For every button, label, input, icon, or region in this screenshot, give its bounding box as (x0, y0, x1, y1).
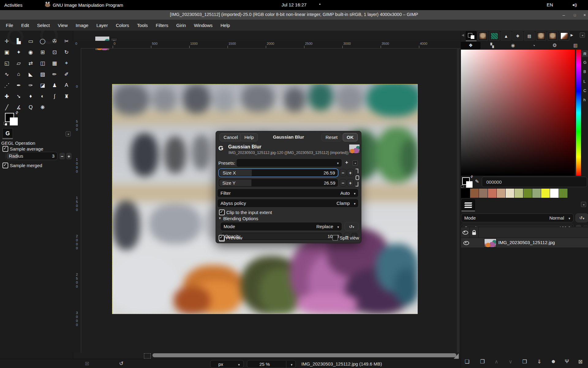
unit-dropdown[interactable]: px (210, 360, 244, 368)
tool-scissors-select[interactable]: ✂ (61, 36, 72, 46)
lock-column-header[interactable] (470, 227, 479, 238)
visibility-column-header[interactable] (461, 227, 470, 238)
selector-tab-scales[interactable]: ▥ (566, 42, 585, 49)
reset-tool-options-button[interactable]: ↺ (116, 359, 126, 367)
delete-layer-button[interactable]: ⊠ (575, 358, 585, 366)
minimize-button[interactable]: – (560, 12, 568, 18)
close-button[interactable]: × (581, 12, 588, 18)
layers-panel-tab[interactable] (462, 199, 475, 211)
tool-zoom[interactable]: Q (25, 102, 36, 112)
tool-paintbrush[interactable]: ✐ (61, 69, 72, 79)
window-title-bar[interactable]: [IMG_20230503_125112] (imported)-25.0 (R… (0, 10, 588, 20)
tool-heal[interactable]: ✚ (1, 91, 12, 101)
clip-checkbox[interactable] (219, 209, 225, 215)
add-preset-icon[interactable]: + (345, 159, 348, 166)
color-square[interactable] (461, 50, 575, 176)
size-y-increment-button[interactable]: + (347, 179, 354, 186)
activities-button[interactable]: Activities (0, 2, 27, 8)
menu-help[interactable]: Help (217, 23, 234, 28)
dialog-ok-button[interactable]: OK (343, 133, 358, 141)
palette-swatch-4[interactable] (488, 188, 497, 198)
tool-measure[interactable]: ∡ (13, 102, 24, 112)
tool-paths[interactable]: ∫ (49, 91, 60, 101)
tool-select-by-color[interactable]: ◉ (25, 47, 36, 57)
sample-merged-checkbox[interactable] (2, 163, 8, 168)
new-layer-button[interactable]: ❏ (462, 358, 472, 366)
size-y-value[interactable]: 26.59 (324, 180, 335, 186)
active-tool-badge[interactable]: G (2, 128, 13, 139)
tool-3d-transform[interactable]: ◫ (37, 58, 48, 68)
horizontal-scrollbar[interactable] (153, 353, 456, 357)
layer-thumbnail[interactable] (484, 239, 496, 247)
channel-button-r[interactable]: R (582, 50, 588, 57)
tool-fuzzy-select[interactable]: ✦ (13, 47, 24, 57)
mode-reset-button[interactable]: ↺ (345, 222, 359, 231)
tool-gradient[interactable]: ▨ (37, 69, 48, 79)
channel-button-g[interactable]: G (583, 60, 586, 65)
layer-name[interactable]: IMG_20230503_125112.jpg (498, 240, 555, 245)
preview-checkbox[interactable] (219, 235, 224, 241)
dock-default-colors-icon[interactable] (461, 185, 463, 188)
link-size-chain-icon[interactable] (355, 169, 359, 186)
background-color-swatch[interactable] (10, 117, 18, 125)
palette-swatch-2[interactable] (470, 188, 479, 198)
channel-button-l[interactable]: L (583, 79, 586, 84)
palette-swatch-5[interactable] (496, 188, 506, 198)
tool-unified-transform[interactable]: ⊡ (49, 47, 60, 57)
zoom-dropdown[interactable]: 25 % (247, 360, 296, 368)
dock-tab-fg-bg-colors[interactable] (466, 31, 477, 41)
dock-tab-buffers[interactable] (547, 31, 558, 41)
add-layer-mask-button[interactable]: Ψ (562, 358, 572, 366)
maximize-button[interactable]: □ (571, 12, 579, 18)
dock-tab-fonts[interactable]: ▲ (501, 31, 511, 41)
blending-expander-icon[interactable]: ▼ (218, 217, 221, 220)
palette-swatch-8[interactable] (523, 188, 532, 198)
tool-rotate[interactable]: ↻ (61, 47, 72, 57)
palette-swatch-12[interactable] (559, 188, 568, 198)
dock-tab-images[interactable] (536, 31, 546, 41)
dialog-cancel-button[interactable]: Cancel (220, 133, 242, 141)
tool-shear[interactable]: ▱ (13, 58, 24, 68)
palette-swatch-9[interactable] (532, 188, 541, 198)
dock-background-swatch[interactable] (466, 181, 473, 188)
delete-tool-preset-button[interactable]: ⊠ (82, 359, 92, 367)
clock[interactable]: Jul 12 16:27 (281, 2, 307, 7)
abyss-policy-dropdown[interactable]: Abyss policy Clamp (217, 199, 359, 208)
dialog-help-button[interactable]: Help (240, 133, 258, 141)
layer-mode-dropdown[interactable]: Mode Normal (461, 213, 574, 222)
anchor-layer-button[interactable]: ☻ (548, 358, 558, 366)
tool-dodge-burn[interactable]: ◐ (37, 91, 48, 101)
channel-button-c[interactable]: C (583, 88, 586, 93)
tool-clone[interactable]: ♟ (49, 80, 60, 90)
layers-menu-button[interactable]: ◂ (581, 202, 586, 207)
lower-layer-button[interactable]: ∨ (506, 358, 515, 366)
volume-icon[interactable]: ◄)) (571, 3, 577, 7)
quick-mask-toggle[interactable] (144, 353, 151, 358)
layer-mode-reset-button[interactable]: ↺ (575, 213, 588, 222)
tool-align[interactable]: ▙ (13, 36, 24, 46)
selector-tab-watercolor[interactable]: ◉ (504, 42, 522, 49)
palette-swatch-11[interactable] (550, 188, 559, 198)
edit-color-icon[interactable]: ✎ (475, 178, 479, 184)
selector-tab-wheel[interactable]: ◔ (525, 42, 543, 49)
menu-file[interactable]: File (2, 23, 17, 28)
tool-pencil[interactable]: ✏ (49, 69, 60, 79)
menu-filters[interactable]: Filters (152, 23, 172, 28)
focused-app-menu[interactable]: GNU Image Manipulation Program (27, 2, 127, 8)
tool-ellipse-select[interactable]: ◯ (37, 36, 48, 46)
size-x-value[interactable]: 26.59 (323, 170, 335, 175)
split-view-checkbox[interactable] (332, 235, 338, 241)
dock-tab-document-history[interactable]: ▤ (524, 31, 535, 41)
palette-swatch-1[interactable] (461, 188, 470, 198)
presets-menu-button[interactable]: ◂ (352, 160, 358, 166)
vertical-scrollbar[interactable] (457, 48, 459, 353)
presets-dropdown[interactable] (236, 159, 342, 167)
keyboard-layout-indicator[interactable]: EN (547, 2, 553, 7)
layer-row[interactable]: IMG_20230503_125112.jpg (461, 238, 588, 247)
mode-dropdown[interactable]: Mode Replace (220, 222, 342, 231)
tool-mypaint-brush[interactable]: ✑ (25, 80, 36, 90)
menu-edit[interactable]: Edit (17, 23, 33, 28)
tool-rectangle-select[interactable]: ▭ (25, 36, 36, 46)
dock-tab-patterns[interactable] (489, 31, 500, 41)
dialog-reset-button[interactable]: Reset (322, 133, 341, 141)
